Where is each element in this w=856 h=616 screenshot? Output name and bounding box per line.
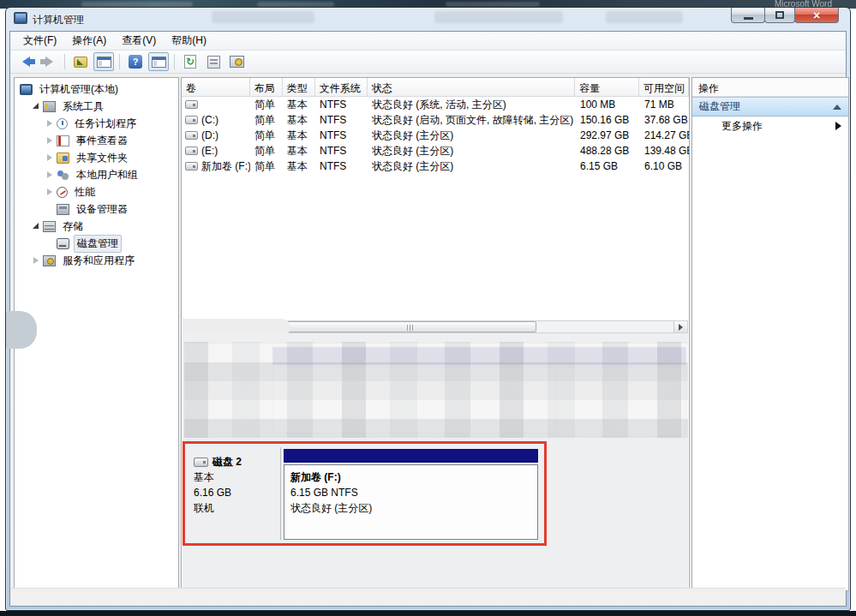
help-button[interactable]: ?: [125, 52, 146, 71]
performance-icon: [57, 187, 68, 198]
tree-item-system-tools[interactable]: 系统工具: [15, 98, 178, 115]
disk-config-button[interactable]: [226, 52, 247, 71]
tree-item-task-scheduler[interactable]: 任务计划程序: [15, 115, 178, 132]
console-tree-button[interactable]: [93, 52, 114, 71]
volume-row[interactable]: (E:) 简单 基本 NTFS 状态良好 (主分区) 488.28 GB 139…: [182, 143, 689, 158]
window-icon: [14, 12, 27, 24]
tree-item-event-viewer[interactable]: 事件查看器: [15, 132, 178, 149]
expander-expanded-icon[interactable]: [32, 222, 40, 230]
volume-row[interactable]: 新加卷 (F:) 简单 基本 NTFS 状态良好 (主分区) 6.15 GB 6…: [182, 158, 689, 174]
tree-item-label: 事件查看器: [74, 133, 130, 149]
column-header-filesystem[interactable]: 文件系统: [315, 78, 368, 96]
device-manager-icon: [57, 204, 69, 215]
disk-2-size: 6.16 GB: [194, 485, 280, 500]
column-header-free-space[interactable]: 可用空间: [639, 78, 689, 96]
pixelation-overlay: [184, 342, 688, 438]
menu-help[interactable]: 帮助(H): [164, 31, 214, 51]
volume-capacity: 6.15 GB: [576, 160, 640, 172]
status-bar: [10, 588, 846, 606]
expander-collapsed-icon[interactable]: [45, 136, 54, 145]
expander-expanded-icon[interactable]: [32, 102, 40, 111]
scrollbar-right-arrow[interactable]: [673, 321, 687, 332]
disk-2-partition-bar: [284, 449, 538, 463]
titlebar[interactable]: 计算机管理 ×: [6, 8, 850, 31]
actions-pane: 操作 磁盘管理 更多操作: [691, 77, 849, 591]
close-button[interactable]: ×: [794, 8, 839, 23]
back-button[interactable]: [15, 52, 36, 71]
volume-row[interactable]: 简单 基本 NTFS 状态良好 (系统, 活动, 主分区) 100 MB 71 …: [182, 97, 689, 112]
volume-disk-icon: [185, 162, 198, 170]
tree-item-services[interactable]: 服务和应用程序: [15, 252, 178, 269]
export-icon: [74, 57, 87, 68]
tree-item-shared-folders[interactable]: 共享文件夹: [15, 149, 178, 166]
tree-item-label: 磁盘管理: [74, 235, 122, 253]
toolbar-separator: [64, 54, 65, 69]
actions-section-disk-management[interactable]: 磁盘管理: [692, 97, 848, 117]
volume-layout: 简单: [250, 159, 283, 174]
tree-item-computer-management[interactable]: 计算机管理(本地): [15, 81, 178, 98]
collapse-icon[interactable]: [833, 105, 841, 110]
volume-row[interactable]: (C:) 简单 基本 NTFS 状态良好 (启动, 页面文件, 故障转储, 主分…: [182, 112, 689, 128]
column-header-layout[interactable]: 布局: [250, 78, 283, 96]
column-header-status[interactable]: 状态: [368, 78, 576, 96]
titlebar-glass-blob: [606, 11, 683, 23]
volume-filesystem: NTFS: [315, 129, 368, 141]
tree-item-label: 服务和应用程序: [60, 253, 137, 269]
minimize-icon: [744, 17, 753, 20]
minimize-button[interactable]: [731, 8, 765, 23]
column-header-volume[interactable]: 卷: [182, 78, 250, 96]
volume-type: 基本: [283, 98, 315, 112]
disk-2-type: 基本: [194, 469, 280, 485]
tree-item-disk-management[interactable]: 磁盘管理: [15, 235, 178, 252]
tree-item-performance[interactable]: 性能: [15, 183, 178, 200]
column-header-capacity[interactable]: 容量: [575, 78, 639, 96]
expander-collapsed-icon[interactable]: [32, 256, 40, 265]
export-button[interactable]: [70, 52, 91, 71]
computer-icon: [20, 84, 33, 95]
tree-item-label: 计算机管理(本地): [37, 81, 121, 98]
volume-type: 基本: [283, 159, 315, 174]
toolbar-separator: [174, 54, 175, 69]
event-viewer-icon: [57, 135, 69, 147]
volume-disk-icon: [185, 100, 198, 109]
disk-2-volume-info: 6.15 GB NTFS: [290, 485, 537, 500]
expander-collapsed-icon[interactable]: [45, 170, 54, 179]
disk-2-volume-block[interactable]: 新加卷 (F:) 6.15 GB NTFS 状态良好 (主分区): [284, 447, 538, 541]
tree-item-device-manager[interactable]: 设备管理器: [15, 200, 178, 218]
volume-capacity: 100 MB: [576, 99, 640, 111]
disk-management-pane: 卷 布局 类型 文件系统 状态 容量 可用空间 简单 基本 NTFS 状态良好 …: [181, 77, 690, 591]
help-icon: ?: [129, 55, 142, 69]
storage-icon: [43, 221, 56, 232]
column-header-type[interactable]: 类型: [283, 78, 315, 96]
maximize-button[interactable]: [764, 8, 795, 23]
volume-row[interactable]: (D:) 简单 基本 NTFS 状态良好 (主分区) 292.97 GB 214…: [182, 128, 689, 143]
menu-file[interactable]: 文件(F): [15, 31, 64, 51]
volume-name: (E:): [201, 145, 218, 157]
disk-2-name: 磁盘 2: [213, 454, 242, 469]
volume-type: 基本: [283, 129, 315, 143]
refresh-icon: ↻: [184, 55, 196, 69]
volume-capacity: 292.97 GB: [576, 129, 640, 141]
services-icon: [43, 255, 56, 266]
tree-item-storage[interactable]: 存储: [15, 218, 178, 235]
tree-item-local-users[interactable]: 本地用户和组: [15, 166, 178, 183]
disk-2-status: 联机: [194, 500, 280, 516]
console-window-button[interactable]: [148, 52, 169, 71]
expander-spacer: [45, 239, 54, 248]
menu-action[interactable]: 操作(A): [64, 31, 114, 51]
expander-collapsed-icon[interactable]: [45, 119, 54, 128]
menu-view[interactable]: 查看(V): [114, 31, 164, 51]
side-panel-handle[interactable]: [6, 311, 37, 349]
actions-title: 操作: [692, 78, 848, 97]
disk-2-volume-status: 状态良好 (主分区): [290, 500, 537, 516]
refresh-button[interactable]: ↻: [180, 52, 201, 71]
properties-button[interactable]: [203, 52, 224, 71]
disk-2-label-cell[interactable]: 磁盘 2 基本 6.16 GB 联机: [189, 447, 281, 540]
expander-collapsed-icon[interactable]: [45, 153, 54, 162]
expander-collapsed-icon[interactable]: [45, 188, 54, 196]
more-actions-item[interactable]: 更多操作: [692, 117, 848, 135]
forward-button[interactable]: [39, 52, 59, 71]
maximize-icon: [775, 11, 784, 19]
volume-capacity: 488.28 GB: [576, 145, 640, 157]
scrollbar-thumb[interactable]: [284, 321, 536, 332]
